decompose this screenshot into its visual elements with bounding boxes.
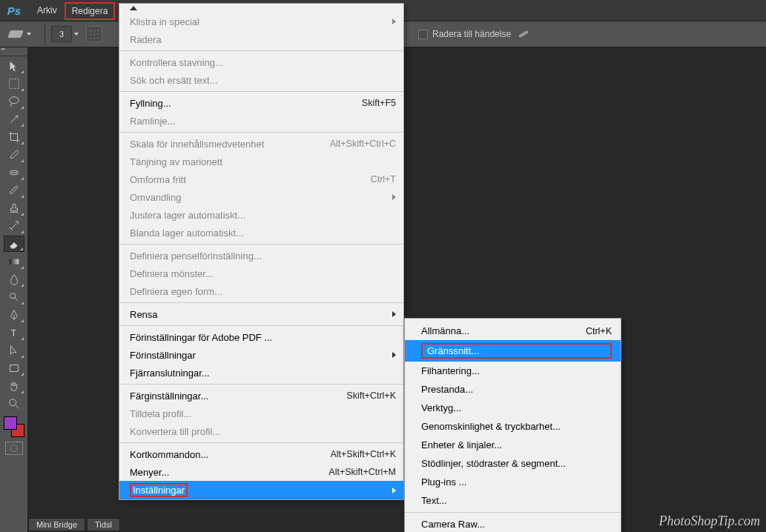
submenu-item-transparency[interactable]: Genomskinlighet & tryckbarhet... — [405, 417, 621, 436]
divider — [44, 24, 45, 44]
chevron-down-icon — [27, 33, 31, 36]
crop-tool[interactable] — [4, 129, 24, 145]
submenu-item-guides[interactable]: Stödlinjer, stödraster & segment... — [405, 454, 621, 473]
menu-item-preferences[interactable]: Inställningar — [119, 481, 403, 499]
stamp-tool[interactable] — [4, 200, 24, 216]
submenu-arrow-icon — [392, 19, 396, 24]
menu-item-spelling[interactable]: Kontrollera stavning... — [119, 53, 403, 71]
menu-separator — [119, 325, 403, 326]
menu-item-free-transform[interactable]: Omforma frittCtrl+T — [119, 170, 403, 188]
chevron-down-icon — [74, 33, 79, 36]
submenu-arrow-icon — [392, 352, 396, 358]
brush-preset-icon — [89, 29, 99, 39]
eraser-tool[interactable] — [4, 236, 24, 252]
blur-tool[interactable] — [4, 271, 24, 287]
menu-item-remote-connections[interactable]: Fjärranslutningar... — [119, 364, 403, 382]
menu-item-purge[interactable]: Rensa — [119, 305, 403, 323]
menu-separator — [119, 302, 403, 303]
menu-item-stroke[interactable]: Ramlinje... — [119, 112, 403, 130]
color-swatches[interactable] — [4, 416, 24, 437]
menu-separator — [119, 442, 403, 443]
menu-item-content-aware[interactable]: Skala för innehållsmedvetenhetAlt+Skift+… — [119, 135, 403, 153]
zoom-tool[interactable] — [4, 396, 24, 412]
submenu-arrow-icon — [392, 194, 396, 200]
menu-item-presets[interactable]: Förinställningar — [119, 346, 403, 364]
svg-point-4 — [11, 172, 13, 173]
svg-point-8 — [10, 293, 15, 299]
svg-point-2 — [16, 116, 18, 117]
wand-tool[interactable] — [4, 111, 24, 127]
tab-mini-bridge[interactable]: Mini Bridge — [28, 518, 85, 531]
menu-item-auto-align[interactable]: Justera lager automatiskt... — [119, 206, 403, 224]
svg-rect-7 — [9, 259, 19, 264]
current-tool-icon[interactable] — [7, 27, 31, 41]
marquee-tool[interactable] — [4, 76, 24, 92]
menu-separator — [405, 512, 621, 513]
hand-tool[interactable] — [4, 378, 24, 394]
menu-arkiv[interactable]: Arkiv — [30, 0, 65, 21]
menu-separator — [119, 50, 403, 51]
menu-item-convert-profile[interactable]: Konvertera till profil... — [119, 422, 403, 440]
submenu-item-camera-raw[interactable]: Camera Raw... — [405, 515, 621, 532]
dodge-tool[interactable] — [4, 289, 24, 305]
submenu-item-general[interactable]: Allmänna...Ctrl+K — [405, 322, 621, 340]
menu-item-find-replace[interactable]: Sök och ersätt text... — [119, 71, 403, 89]
redigera-dropdown: Klistra in special Radera Kontrollera st… — [119, 3, 404, 500]
tab-timeline[interactable]: Tidsl — [87, 518, 120, 531]
submenu-item-units[interactable]: Enheter & linjaler... — [405, 436, 621, 454]
menu-separator — [119, 384, 403, 385]
erase-to-history-checkbox[interactable] — [418, 30, 428, 39]
submenu-item-plugins[interactable]: Plug-ins ... — [405, 473, 621, 491]
menu-item-paste-special[interactable]: Klistra in special — [119, 13, 403, 30]
rectangle-tool[interactable] — [4, 360, 24, 376]
menu-separator — [119, 244, 403, 245]
healing-tool[interactable] — [4, 164, 24, 181]
submenu-item-tools[interactable]: Verktyg... — [405, 399, 621, 417]
lasso-tool[interactable] — [4, 93, 24, 110]
menu-item-fill[interactable]: Fyllning...Skift+F5 — [119, 94, 403, 112]
submenu-item-performance[interactable]: Prestanda... — [405, 380, 621, 399]
move-tool[interactable] — [4, 58, 24, 74]
svg-rect-10 — [10, 365, 18, 372]
submenu-item-file-handling[interactable]: Filhantering... — [405, 362, 621, 380]
erase-to-history-label: Radera till händelse — [432, 29, 511, 39]
type-tool[interactable]: T — [4, 325, 24, 341]
menu-item-radera[interactable]: Radera — [119, 30, 403, 48]
menu-item-menus[interactable]: Menyer...Alt+Skift+Ctrl+M — [119, 463, 403, 481]
brush-tool[interactable] — [4, 182, 24, 199]
svg-point-1 — [9, 97, 19, 104]
brush-size-control[interactable] — [51, 26, 79, 42]
menu-item-transform[interactable]: Omvandling — [119, 188, 403, 206]
bottom-panel-tabs: Mini Bridge Tidsl — [28, 517, 122, 532]
eyedropper-tool[interactable] — [4, 147, 24, 163]
svg-point-6 — [15, 172, 16, 173]
svg-point-11 — [9, 399, 16, 406]
menu-item-color-settings[interactable]: Färginställningar...Skift+Ctrl+K — [119, 387, 403, 405]
submenu-item-text[interactable]: Text... — [405, 491, 621, 510]
menu-item-define-brush[interactable]: Definiera penselförinställning... — [119, 247, 403, 265]
foreground-color[interactable] — [4, 416, 17, 430]
brush-small-icon — [517, 30, 530, 38]
gradient-tool[interactable] — [4, 253, 24, 270]
menu-item-assign-profile[interactable]: Tilldela profil... — [119, 405, 403, 422]
preferences-submenu: Allmänna...Ctrl+K Gränssnitt... Filhante… — [404, 318, 621, 532]
submenu-arrow-icon — [392, 311, 396, 317]
menu-item-puppet-warp[interactable]: Tänjning av marionett — [119, 153, 403, 170]
menu-redigera[interactable]: Redigera — [65, 2, 116, 20]
submenu-item-interface[interactable]: Gränssnitt... — [405, 340, 621, 362]
panel-collapse-icon[interactable] — [0, 47, 27, 56]
scroll-up-arrow-icon[interactable] — [130, 6, 137, 10]
brush-size-input[interactable] — [51, 26, 72, 42]
menu-item-shortcuts[interactable]: Kortkommandon...Alt+Skift+Ctrl+K — [119, 445, 403, 463]
brush-preset-button[interactable] — [86, 26, 102, 42]
menu-item-define-shape[interactable]: Definiera egen form... — [119, 282, 403, 300]
app-logo: Ps — [4, 3, 24, 18]
menu-item-auto-blend[interactable]: Blanda lager automatiskt... — [119, 224, 403, 242]
history-brush-tool[interactable] — [4, 218, 24, 234]
menu-item-define-pattern[interactable]: Definiera mönster... — [119, 265, 403, 282]
eraser-icon — [7, 27, 24, 41]
pen-tool[interactable] — [4, 307, 24, 323]
path-selection-tool[interactable] — [4, 342, 24, 359]
quick-mask-tool[interactable] — [5, 442, 23, 455]
menu-item-pdf-presets[interactable]: Förinställningar för Adobe PDF ... — [119, 328, 403, 346]
